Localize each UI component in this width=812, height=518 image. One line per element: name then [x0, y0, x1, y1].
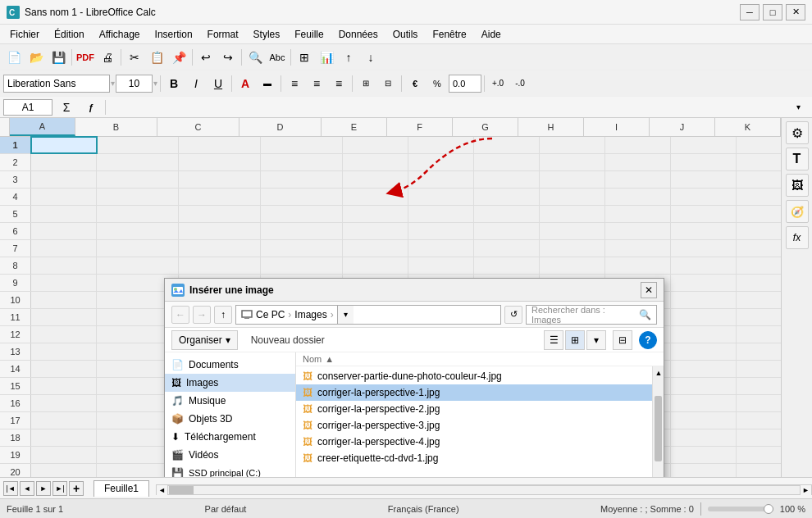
- sidebar-folder-documents[interactable]: 📄 Documents: [165, 356, 295, 374]
- menu-format[interactable]: Format: [201, 27, 245, 42]
- copy-button[interactable]: 📋: [146, 48, 167, 67]
- sheet-tab-feuille1[interactable]: Feuille1: [94, 480, 149, 497]
- cell-reference[interactable]: A1: [3, 99, 52, 116]
- maximize-button[interactable]: □: [763, 4, 782, 20]
- font-name-dropdown[interactable]: ▾: [111, 79, 115, 88]
- currency-button[interactable]: €: [404, 74, 426, 93]
- minimize-button[interactable]: ─: [740, 4, 760, 20]
- pdf-button[interactable]: PDF: [75, 48, 96, 67]
- file-item-2[interactable]: 🖼 corriger-la-perspective-2.jpg: [296, 401, 652, 417]
- sidebar-folder-objets3d[interactable]: 📦 Objets 3D: [165, 410, 295, 428]
- properties-button[interactable]: ⚙: [786, 121, 809, 144]
- scroll-left-btn[interactable]: ◄: [157, 485, 168, 495]
- find-button[interactable]: 🔍: [244, 48, 266, 67]
- sum-function-button[interactable]: Σ: [56, 98, 77, 117]
- organiser-button[interactable]: Organiser ▾: [171, 330, 238, 350]
- file-item-5[interactable]: 🖼 creer-etiquette-cd-dvd-1.jpg: [296, 450, 652, 466]
- sidebar-folder-videos[interactable]: 🎬 Vidéos: [165, 446, 295, 464]
- sidebar-folder-telechargement[interactable]: ⬇ Téléchargement: [165, 428, 295, 446]
- open-button[interactable]: 📂: [25, 48, 47, 67]
- scroll-right-btn[interactable]: ►: [800, 485, 811, 495]
- menu-edition[interactable]: Édition: [48, 27, 91, 42]
- highlight-button[interactable]: ▬: [257, 74, 278, 93]
- file-item-0[interactable]: 🖼 conserver-partie-dune-photo-couleur-4.…: [296, 368, 652, 384]
- view-details-button[interactable]: ⊞: [565, 330, 585, 350]
- italic-button[interactable]: I: [185, 74, 207, 93]
- formula-wizard-button[interactable]: ƒ: [80, 98, 102, 117]
- sheet-last-button[interactable]: ►|: [52, 481, 67, 496]
- menu-fenetre[interactable]: Fenêtre: [426, 27, 472, 42]
- styles-button[interactable]: T: [786, 148, 809, 170]
- files-sort-name[interactable]: Nom: [303, 354, 322, 364]
- sheet-first-button[interactable]: |◄: [3, 481, 18, 496]
- font-size-dropdown[interactable]: ▾: [153, 79, 157, 88]
- formula-input[interactable]: [109, 99, 784, 116]
- font-color-button[interactable]: A: [235, 74, 256, 93]
- sheet-next-button[interactable]: ►: [36, 481, 51, 496]
- expand-formula-button[interactable]: ▾: [787, 98, 809, 117]
- align-left-button[interactable]: ≡: [284, 74, 305, 93]
- files-header[interactable]: Nom ▲: [296, 352, 664, 366]
- file-item-4[interactable]: 🖼 corriger-la-perspective-4.jpg: [296, 434, 652, 450]
- underline-button[interactable]: U: [208, 74, 229, 93]
- paste-button[interactable]: 📌: [168, 48, 189, 67]
- menu-styles[interactable]: Styles: [247, 27, 287, 42]
- gallery-button[interactable]: 🖼: [786, 174, 809, 197]
- borders-button[interactable]: ⊟: [377, 74, 399, 93]
- merge-button[interactable]: ⊞: [355, 74, 376, 93]
- nav-forward-button[interactable]: →: [193, 306, 211, 324]
- sheet-prev-button[interactable]: ◄: [20, 481, 34, 496]
- dialog-close-button[interactable]: ✕: [641, 282, 657, 298]
- redo-button[interactable]: ↪: [217, 48, 239, 67]
- scroll-up-button[interactable]: ▲: [653, 366, 664, 379]
- insert-table-button[interactable]: ⊞: [294, 48, 315, 67]
- sort-asc-button[interactable]: ↑: [338, 48, 359, 67]
- file-item-1[interactable]: 🖼 corriger-la-perspective-1.jpg: [296, 384, 652, 401]
- files-vertical-scrollbar[interactable]: ▲ ▼: [652, 366, 664, 477]
- nav-refresh-button[interactable]: ↺: [504, 306, 522, 324]
- font-size-box[interactable]: 10: [116, 75, 153, 93]
- sort-desc-button[interactable]: ↓: [360, 48, 381, 67]
- undo-button[interactable]: ↩: [195, 48, 217, 67]
- sidebar-folder-ssd[interactable]: 💾 SSD principal (C:): [165, 464, 295, 477]
- new-folder-button[interactable]: Nouveau dossier: [244, 330, 331, 350]
- zoom-slider[interactable]: [708, 507, 773, 511]
- percent-button[interactable]: %: [427, 74, 448, 93]
- scroll-thumb-h[interactable]: [169, 486, 194, 494]
- zoom-thumb[interactable]: [764, 504, 773, 514]
- view-list-button[interactable]: ☰: [544, 330, 563, 350]
- scroll-thumb[interactable]: [655, 396, 662, 461]
- menu-donnees[interactable]: Données: [332, 27, 385, 42]
- print-preview-button[interactable]: 🖨: [97, 48, 118, 67]
- sidebar-folder-musique[interactable]: 🎵 Musique: [165, 392, 295, 410]
- help-button[interactable]: ?: [639, 331, 657, 349]
- menu-aide[interactable]: Aide: [475, 27, 508, 42]
- align-right-button[interactable]: ≡: [328, 74, 349, 93]
- view-dropdown-button[interactable]: ▾: [586, 330, 606, 350]
- menu-fichier[interactable]: Fichier: [3, 27, 46, 42]
- large-icons-button[interactable]: ⊟: [613, 330, 632, 350]
- cut-button[interactable]: ✂: [124, 48, 145, 67]
- align-center-button[interactable]: ≡: [306, 74, 327, 93]
- navigator-button[interactable]: 🧭: [786, 200, 809, 223]
- nav-back-button[interactable]: ←: [171, 306, 189, 324]
- menu-insertion[interactable]: Insertion: [148, 27, 199, 42]
- bold-button[interactable]: B: [163, 74, 185, 93]
- insert-chart-button[interactable]: 📊: [316, 48, 337, 67]
- save-button[interactable]: 💾: [48, 48, 69, 67]
- functions-button[interactable]: fx: [786, 226, 809, 249]
- path-dropdown[interactable]: ▾: [337, 306, 354, 324]
- new-button[interactable]: 📄: [3, 48, 25, 67]
- add-sheet-button[interactable]: +: [69, 481, 84, 496]
- sidebar-folder-images[interactable]: 🖼 Images: [165, 374, 295, 392]
- menu-affichage[interactable]: Affichage: [93, 27, 147, 42]
- decrease-decimal-button[interactable]: -.0: [509, 74, 531, 93]
- font-name-box[interactable]: Liberation Sans: [3, 75, 110, 93]
- close-button[interactable]: ✕: [786, 4, 805, 20]
- spell-button[interactable]: Abc: [267, 48, 288, 67]
- menu-feuille[interactable]: Feuille: [288, 27, 330, 42]
- menu-outils[interactable]: Outils: [386, 27, 425, 42]
- search-box[interactable]: Rechercher dans : Images 🔍: [526, 305, 657, 325]
- increase-decimal-button[interactable]: +.0: [487, 74, 509, 93]
- nav-up-button[interactable]: ↑: [214, 306, 232, 324]
